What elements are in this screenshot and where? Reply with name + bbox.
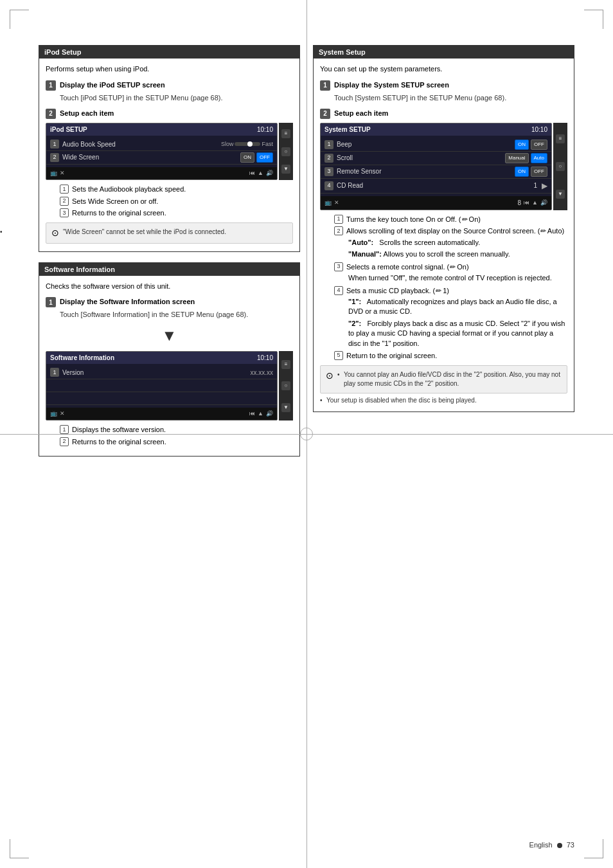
ipod-step1-num: 1	[46, 80, 56, 91]
system-note-box: ⊙ You cannot play an Audio file/VCD disc…	[320, 365, 567, 393]
software-info-section: Software Information Checks the software…	[39, 262, 300, 457]
software-footer-left-icons: 📺 ✕	[50, 410, 65, 419]
corner-mark-tl	[10, 10, 29, 29]
ipod-step2-header: 2 Setup each item	[46, 108, 293, 119]
system-footer-right-icons: 8 ⏮ ▲ 🔊	[518, 198, 547, 208]
widescreen-off-btn[interactable]: OFF	[256, 152, 273, 163]
scroll-auto-btn[interactable]: Auto	[531, 153, 547, 163]
ipod-footer-right-icons: ⏮ ▲ 🔊	[249, 169, 273, 178]
ipod-screen: iPod SETUP 10:10 1 Audio Book Speed	[46, 123, 278, 181]
ipod-footer-left-icons: 📺 ✕	[50, 169, 65, 178]
system-footer-speaker: 🔊	[540, 199, 547, 208]
software-item2-num: 2	[60, 437, 69, 446]
slider-thumb	[247, 141, 253, 147]
ipod-setup-section: iPod Setup Performs setup when using iPo…	[39, 45, 300, 252]
system-footer-back: ⏮	[524, 199, 529, 208]
audiobook-slider: Slow Fast	[221, 140, 273, 149]
system-row-scroll: 2 Scroll Manual Auto	[321, 152, 551, 165]
software-info-body: Checks the software version of this unit…	[39, 276, 299, 456]
software-side-icon-2: ○	[281, 381, 290, 390]
system-item2b: "Manual": Allows you to scroll the scree…	[348, 249, 567, 259]
ipod-item1-text: Sets the Audiobook playback speed.	[72, 184, 186, 195]
widescreen-control: ON OFF	[240, 152, 273, 163]
system-list-item-2: 2 Allows scrolling of text display on th…	[334, 226, 567, 237]
software-row-empty2	[46, 392, 277, 405]
system-screen-title: System SETUP	[324, 125, 371, 134]
software-side-icons: ≡ ○ ▼	[279, 351, 293, 421]
system-row-cdread: 4 CD Read 1 ▶	[321, 179, 551, 194]
system-list-item-4: 4 Sets a music CD playback. (✏ 1)	[334, 285, 567, 296]
software-row1-label: Version	[62, 368, 250, 377]
footer-icon-back2: ⏮	[249, 410, 255, 419]
system-item2-text: Allows scrolling of text display on the …	[346, 226, 564, 237]
widescreen-on-btn[interactable]: ON	[240, 152, 254, 163]
software-list-items: 1 Displays the software version. 2 Retur…	[60, 424, 293, 447]
footer-icon-x: ✕	[60, 169, 65, 178]
system-note-icon: ⊙	[326, 369, 333, 383]
system-setup-intro: You can set up the system parameters.	[320, 64, 567, 75]
system-footer-num: 8	[518, 198, 522, 208]
software-screen-title: Software Information	[50, 353, 114, 363]
system-note-content: You cannot play an Audio file/VCD disc i…	[337, 369, 562, 390]
remote-control: ON OFF	[515, 167, 547, 177]
software-screen-wrapper: Software Information 10:10 1 Version xx.…	[46, 351, 293, 421]
system-step2-header: 2 Setup each item	[320, 108, 567, 119]
system-item2b-label: "Manual":	[348, 250, 382, 258]
down-arrow: ▼	[46, 324, 293, 347]
ipod-setup-intro: Performs setup when using iPod.	[46, 64, 293, 75]
system-item2a-label: "Auto":	[348, 239, 373, 246]
system-item4b: "2": Forcibly plays back a disc as a mus…	[348, 319, 567, 348]
side-icon-3: ▼	[281, 165, 290, 174]
software-step1-title: Display the Software Information screen	[60, 296, 195, 307]
scroll-manual-btn[interactable]: Manual	[505, 153, 528, 163]
remote-on-btn[interactable]: ON	[515, 167, 529, 177]
system-screen-wrapper: System SETUP 10:10 1 Beep O	[320, 123, 567, 210]
system-screen-content: 1 Beep ON OFF 2	[321, 136, 551, 196]
slider-slow: Slow	[221, 140, 234, 149]
system-item2-num: 2	[334, 226, 343, 235]
ipod-item3-num: 3	[60, 208, 69, 217]
software-version-value: xx.xx.xx	[250, 368, 273, 377]
ipod-setup-header: iPod Setup	[39, 46, 299, 59]
corner-mark-tr	[584, 10, 603, 29]
beep-on-btn[interactable]: ON	[515, 140, 529, 150]
cdread-control: 1 ▶	[533, 180, 547, 192]
ipod-note-text: "Wide Screen" cannot be set while the iP…	[63, 228, 226, 237]
system-screen-time: 10:10	[531, 125, 547, 134]
software-step1-desc: Touch [Software Information] in the SETU…	[60, 310, 293, 320]
ipod-list-item-1: 1 Sets the Audiobook playback speed.	[60, 184, 293, 195]
note-icon: ⊙	[51, 226, 59, 240]
ipod-step1-title: Display the iPod SETUP screen	[60, 80, 165, 91]
footer-icon-up2: ▲	[258, 410, 263, 419]
scroll-control: Manual Auto	[505, 153, 547, 163]
ipod-step1-header: 1 Display the iPod SETUP screen	[46, 80, 293, 91]
system-item1-text: Turns the key touch tone On or Off. (✏ O…	[346, 214, 481, 225]
software-step1-num: 1	[46, 297, 56, 307]
ipod-side-icons: ≡ ○ ▼	[279, 123, 293, 181]
ipod-item3-text: Returns to the original screen.	[72, 208, 166, 219]
system-list-item-1: 1 Turns the key touch tone On or Off. (✏…	[334, 214, 567, 225]
system-item3-text: Selects a remote control signal. (✏ On)	[346, 262, 469, 273]
ipod-screen-content: 1 Audio Book Speed Slow Fast	[46, 136, 277, 167]
slider-fast: Fast	[262, 140, 273, 149]
ipod-screen-mockup: iPod SETUP 10:10 1 Audio Book Speed	[46, 123, 278, 181]
ipod-note-box: ⊙ "Wide Screen" cannot be set while the …	[46, 222, 293, 244]
footer-icon-speaker2: 🔊	[266, 410, 273, 419]
ipod-list-item-2: 2 Sets Wide Screen on or off.	[60, 196, 293, 207]
left-column: iPod Setup Performs setup when using iPo…	[39, 45, 300, 467]
software-screen-time: 10:10	[257, 353, 273, 363]
ipod-screen-wrapper: iPod SETUP 10:10 1 Audio Book Speed	[46, 123, 293, 181]
side-icon-1: ≡	[281, 129, 290, 138]
beep-off-btn[interactable]: OFF	[531, 140, 547, 150]
remote-off-btn[interactable]: OFF	[531, 167, 547, 177]
software-info-title: Software Information	[44, 266, 115, 273]
software-info-header: Software Information	[39, 263, 299, 276]
footer-icon-tv2: 📺	[50, 410, 57, 419]
system-step2-num: 2	[320, 109, 330, 119]
software-screen-footer: 📺 ✕ ⏮ ▲ 🔊	[46, 408, 277, 420]
ipod-screen-time: 10:10	[257, 125, 273, 134]
ipod-row2-num: 2	[50, 153, 59, 162]
system-footer-tv: 📺	[324, 199, 332, 208]
software-screen-header-bar: Software Information 10:10	[46, 352, 277, 364]
system-row2-num: 2	[324, 154, 333, 163]
